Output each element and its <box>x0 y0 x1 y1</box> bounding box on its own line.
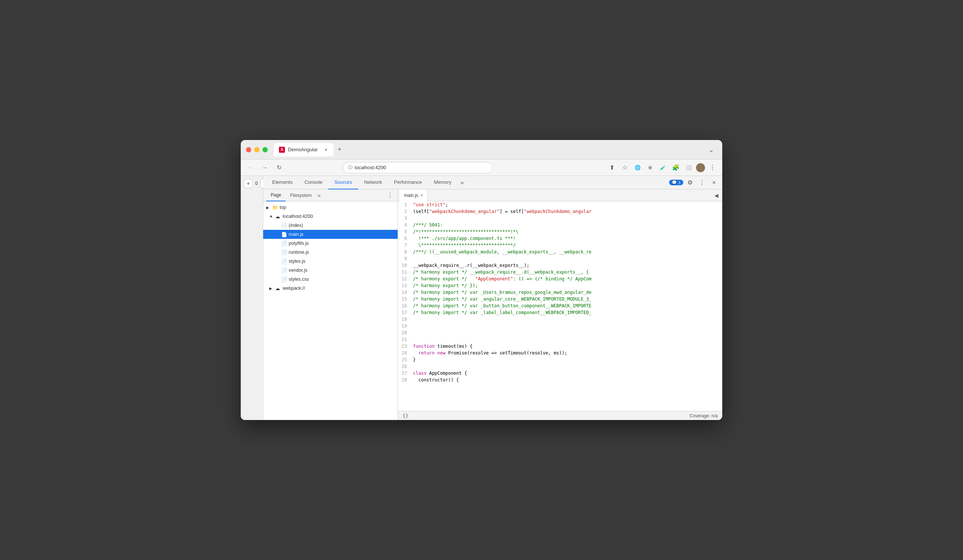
file-tree-panel: Page Filesystem » ⋮ ▶ 📁 top <box>263 189 398 420</box>
forward-button[interactable]: → <box>259 162 270 173</box>
badge-icon: 💬 <box>672 180 677 185</box>
file-tree-menu-button[interactable]: ⋮ <box>386 192 395 199</box>
tree-item-stylescss[interactable]: 📄 styles.css <box>263 275 398 284</box>
toolbar-right: ⬆ ☆ 🌐 ⊕ 🧪 🧩 ⬜ ⋮ <box>607 162 718 173</box>
code-line: 4 /***/ 5041: <box>398 222 722 228</box>
file-icon-stylesjs: 📄 <box>281 259 287 264</box>
code-tabs: main.js × ◀ <box>398 189 722 201</box>
tab-title: DemoAngular <box>288 147 321 152</box>
close-button[interactable] <box>246 147 251 152</box>
code-line: 13 /* harmony export */ }); <box>398 282 722 289</box>
file-icon-vendor: 📄 <box>281 268 287 273</box>
tree-label-webpack: webpack:// <box>283 286 305 291</box>
chrome-menu-button[interactable]: ⋮ <box>707 162 718 173</box>
collapse-sources-button[interactable]: ◀ <box>712 193 721 198</box>
tab-performance[interactable]: Performance <box>388 176 428 189</box>
tree-item-polyfills[interactable]: 📄 polyfills.js <box>263 239 398 248</box>
tree-label-stylesjs: styles.js <box>289 259 305 264</box>
file-tree: ▶ 📁 top ▼ ☁ localhost:4200 <box>263 201 398 420</box>
bookmark-button[interactable]: ☆ <box>620 162 630 173</box>
url-text: localhost:4200 <box>355 165 386 170</box>
maximize-button[interactable] <box>263 147 268 152</box>
translate-button[interactable]: 🌐 <box>632 162 643 173</box>
code-bottom-bar: {} Coverage: n/a <box>398 411 722 420</box>
tree-label-mainjs: main.js <box>289 232 304 237</box>
code-line: 17 /* harmony import */ var _label_label… <box>398 309 722 316</box>
cloud-icon-webpack: ☁ <box>275 286 281 291</box>
tab-memory[interactable]: Memory <box>428 176 457 189</box>
devtools-tab-bar: Elements Console Sources Network Perform… <box>263 176 722 189</box>
refresh-button[interactable]: ↻ <box>274 162 284 173</box>
code-line: 20 <box>398 329 722 336</box>
tree-item-index[interactable]: 📄 (index) <box>263 221 398 230</box>
tree-item-vendor[interactable]: 📄 vendor.js <box>263 266 398 275</box>
tab-network[interactable]: Network <box>358 176 388 189</box>
extension-button-1[interactable]: ⊕ <box>645 162 656 173</box>
tree-item-top[interactable]: ▶ 📁 top <box>263 203 398 212</box>
tree-arrow-top: ▶ <box>266 206 271 210</box>
code-line: 23 function timeout(ms) { <box>398 343 722 350</box>
cloud-icon-localhost: ☁ <box>275 214 281 219</box>
new-tab-button[interactable]: + <box>334 144 345 156</box>
code-line: 26 <box>398 363 722 370</box>
tab-sources[interactable]: Sources <box>328 176 358 189</box>
back-button[interactable]: ← <box>245 162 256 173</box>
tree-item-stylesjs[interactable]: 📄 styles.js <box>263 257 398 266</box>
code-tab-mainjs[interactable]: main.js × <box>399 189 428 201</box>
left-panel: + 0 - <box>241 176 263 420</box>
file-tree-more-button[interactable]: » <box>316 193 322 198</box>
file-tree-tab-page[interactable]: Page <box>266 189 286 201</box>
code-line: 19 <box>398 323 722 329</box>
zoom-value: 0 <box>253 181 259 186</box>
code-line: 24 return new Promise(resolve => setTime… <box>398 350 722 356</box>
extension-button-2[interactable]: 🧪 <box>658 162 668 173</box>
tab-bar: A DemoAngular × + ⌄ <box>274 143 717 157</box>
code-tab-close-button[interactable]: × <box>420 193 423 198</box>
console-badge[interactable]: 💬 1 <box>669 180 683 185</box>
tree-label-index: (index) <box>289 223 303 228</box>
tab-console[interactable]: Console <box>298 176 328 189</box>
tab-list-button[interactable]: ⌄ <box>705 144 717 155</box>
code-line: 16 /* harmony import */ var _button_butt… <box>398 303 722 309</box>
file-icon-polyfills: 📄 <box>281 241 287 246</box>
zoom-in-button[interactable]: + <box>244 179 253 188</box>
devtools-actions: 💬 1 ⚙ ⋮ × <box>669 177 719 188</box>
more-tabs-button[interactable]: » <box>457 179 467 186</box>
browser-tab[interactable]: A DemoAngular × <box>274 143 334 157</box>
tree-label-localhost: localhost:4200 <box>283 214 313 219</box>
more-options-button[interactable]: ⋮ <box>697 177 707 188</box>
minimize-button[interactable] <box>254 147 259 152</box>
extension-button-3[interactable]: 🧩 <box>671 162 681 173</box>
tree-arrow-webpack: ▶ <box>269 286 274 290</box>
settings-button[interactable]: ⚙ <box>685 177 695 188</box>
profile-avatar[interactable] <box>696 163 705 172</box>
code-content[interactable]: 1 "use strict"; 2 (self["webpackChunkdem… <box>398 201 722 411</box>
tree-item-runtime[interactable]: 📄 runtime.js <box>263 248 398 257</box>
format-button[interactable]: {} <box>402 413 409 419</box>
tab-elements[interactable]: Elements <box>266 176 298 189</box>
badge-count: 1 <box>678 180 681 185</box>
file-tree-tab-filesystem[interactable]: Filesystem <box>286 189 316 201</box>
secure-icon: ⓘ <box>348 164 352 171</box>
tab-close-button[interactable]: × <box>324 146 328 154</box>
file-icon-stylescss: 📄 <box>281 277 287 282</box>
close-devtools-button[interactable]: × <box>709 177 719 188</box>
devtools-panel: Elements Console Sources Network Perform… <box>263 176 722 420</box>
file-icon-mainjs: 📄 <box>281 232 287 237</box>
tree-item-mainjs[interactable]: 📄 main.js <box>263 230 398 239</box>
tree-label-polyfills: polyfills.js <box>289 241 309 246</box>
curly-braces-icon: {} <box>402 413 409 419</box>
code-line: 28 constructor() { <box>398 377 722 383</box>
tree-item-webpack[interactable]: ▶ ☁ webpack:// <box>263 284 398 293</box>
url-bar[interactable]: ⓘ localhost:4200 <box>343 162 493 173</box>
code-line: 12 /* harmony export */ "AppComponent": … <box>398 275 722 282</box>
tree-label-top: top <box>280 205 286 210</box>
share-button[interactable]: ⬆ <box>607 162 618 173</box>
tree-item-localhost[interactable]: ▼ ☁ localhost:4200 <box>263 212 398 221</box>
file-tree-tabs: Page Filesystem » ⋮ <box>263 189 398 201</box>
code-line: 14 /* harmony import */ var _Users_bramu… <box>398 289 722 296</box>
tree-arrow-localhost: ▼ <box>269 215 274 218</box>
layout-button[interactable]: ⬜ <box>683 162 694 173</box>
tree-label-runtime: runtime.js <box>289 250 309 255</box>
code-line: 2 (self["webpackChunkdemo_angular"] = se… <box>398 208 722 215</box>
